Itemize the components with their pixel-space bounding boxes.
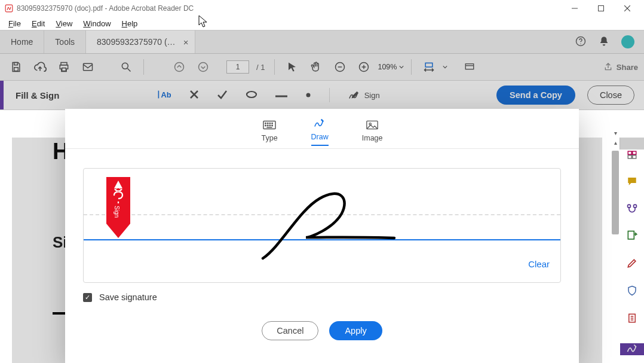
tab-document-label: 83095932375970 (… <box>97 37 176 47</box>
hand-tool-icon[interactable] <box>306 57 326 77</box>
check-tool-icon[interactable] <box>217 90 228 101</box>
edit-pdf-icon[interactable] <box>625 257 639 269</box>
apply-button[interactable]: Apply <box>329 321 382 340</box>
menu-file[interactable]: File <box>4 18 26 29</box>
tab-tools[interactable]: Tools <box>44 30 86 53</box>
svg-text:Ab: Ab <box>161 90 171 99</box>
dot-tool-icon[interactable] <box>305 91 311 100</box>
fillsign-accent <box>0 81 4 109</box>
svg-text:Sign: Sign <box>114 206 120 218</box>
svg-rect-32 <box>633 151 636 154</box>
svg-point-15 <box>199 63 208 72</box>
menubar: File Edit View Window Help <box>0 17 644 30</box>
svg-point-44 <box>265 125 266 126</box>
fillsign-rail-icon[interactable] <box>620 343 644 355</box>
page-number-input[interactable]: 1 <box>226 60 249 74</box>
tab-row: Home Tools 83095932375970 (… × <box>0 30 644 54</box>
organize-pages-icon[interactable] <box>625 150 639 160</box>
window-maximize-button[interactable] <box>588 0 614 17</box>
svg-point-16 <box>336 63 345 72</box>
right-tools-rail <box>620 138 644 150</box>
tab-home[interactable]: Home <box>0 30 44 53</box>
separator <box>143 59 144 75</box>
svg-point-41 <box>268 123 268 124</box>
svg-rect-34 <box>633 155 636 158</box>
save-signature-checkbox[interactable]: ✓ <box>83 293 92 302</box>
page-down-icon[interactable] <box>193 57 213 77</box>
avatar[interactable] <box>621 35 634 48</box>
export-pdf-icon[interactable] <box>625 230 639 242</box>
save-icon[interactable] <box>6 57 26 77</box>
help-icon[interactable] <box>575 35 587 49</box>
zoom-value: 109% <box>378 63 397 71</box>
text-tool-icon[interactable]: Ab <box>157 89 171 102</box>
sign-tool-label: Sign <box>364 91 380 100</box>
menu-window[interactable]: Window <box>78 18 115 29</box>
fillsign-toolbar: Fill & Sign Ab Sign Send a Copy Close <box>0 81 644 110</box>
menu-view[interactable]: View <box>51 18 77 29</box>
dialog-tab-draw-label: Draw <box>311 133 329 141</box>
window-close-button[interactable] <box>614 0 640 17</box>
fit-width-icon[interactable] <box>419 57 439 77</box>
tab-document[interactable]: 83095932375970 (… × <box>86 30 195 53</box>
dialog-tab-draw[interactable]: Draw <box>311 118 329 146</box>
menu-edit[interactable]: Edit <box>27 18 50 29</box>
scrollbar-thumb[interactable] <box>612 151 619 234</box>
sign-tool[interactable]: Sign <box>348 90 380 100</box>
mouse-cursor-icon <box>198 15 208 30</box>
separator <box>274 59 275 75</box>
select-tool-icon[interactable] <box>282 57 302 77</box>
close-fillsign-button[interactable]: Close <box>587 86 634 105</box>
svg-point-47 <box>272 125 272 126</box>
clear-signature-link[interactable]: Clear <box>528 259 550 269</box>
scroll-down-arrow[interactable]: ▾ <box>611 128 620 138</box>
app-body: Home Tools 83095932375970 (… × 1 / 1 <box>0 30 644 110</box>
separator <box>411 59 412 75</box>
page-up-icon[interactable] <box>169 57 189 77</box>
zoom-out-icon[interactable] <box>330 57 350 77</box>
protect-icon[interactable] <box>625 285 639 297</box>
share-label: Share <box>617 63 638 72</box>
svg-rect-11 <box>84 63 93 71</box>
cross-tool-icon[interactable] <box>189 90 199 101</box>
find-icon[interactable] <box>116 57 136 77</box>
svg-point-18 <box>360 63 369 72</box>
circle-tool-icon[interactable] <box>246 90 257 100</box>
svg-point-46 <box>269 125 270 126</box>
print-icon[interactable] <box>54 57 74 77</box>
line-tool-icon[interactable] <box>275 91 287 100</box>
notifications-icon[interactable] <box>599 36 609 48</box>
chevron-down-icon[interactable] <box>443 65 447 69</box>
menu-help[interactable]: Help <box>117 18 143 29</box>
svg-point-28 <box>247 91 256 97</box>
svg-point-42 <box>269 123 270 124</box>
svg-point-12 <box>122 63 128 69</box>
tab-close-icon[interactable]: × <box>183 37 189 47</box>
scroll-up-arrow[interactable]: ▴ <box>611 138 620 147</box>
zoom-in-icon[interactable] <box>354 57 374 77</box>
page-display-icon[interactable] <box>459 57 480 77</box>
dialog-tab-image-label: Image <box>362 134 383 142</box>
separator <box>329 88 330 102</box>
svg-point-35 <box>628 205 631 208</box>
window-minimize-button[interactable] <box>562 0 588 17</box>
compress-icon[interactable] <box>625 312 639 324</box>
svg-rect-7 <box>14 63 18 65</box>
draw-icon <box>313 118 326 130</box>
svg-rect-37 <box>628 231 634 239</box>
comment-icon[interactable] <box>625 176 639 187</box>
keyboard-icon <box>263 120 276 132</box>
share-button[interactable]: Share <box>603 62 638 72</box>
email-icon[interactable] <box>78 57 98 77</box>
signature-canvas[interactable]: Sign Clear <box>83 168 561 283</box>
zoom-dropdown[interactable]: 109% <box>378 63 404 71</box>
dialog-tab-type[interactable]: Type <box>261 120 277 146</box>
cloud-upload-icon[interactable] <box>30 57 50 77</box>
send-a-copy-button[interactable]: Send a Copy <box>496 86 575 105</box>
share-tracker-icon[interactable] <box>625 202 639 214</box>
cancel-button[interactable]: Cancel <box>262 321 318 340</box>
main-toolbar: 1 / 1 109% Share <box>0 54 644 81</box>
svg-rect-9 <box>61 63 67 65</box>
svg-line-13 <box>128 69 131 72</box>
dialog-tab-image[interactable]: Image <box>362 120 383 146</box>
